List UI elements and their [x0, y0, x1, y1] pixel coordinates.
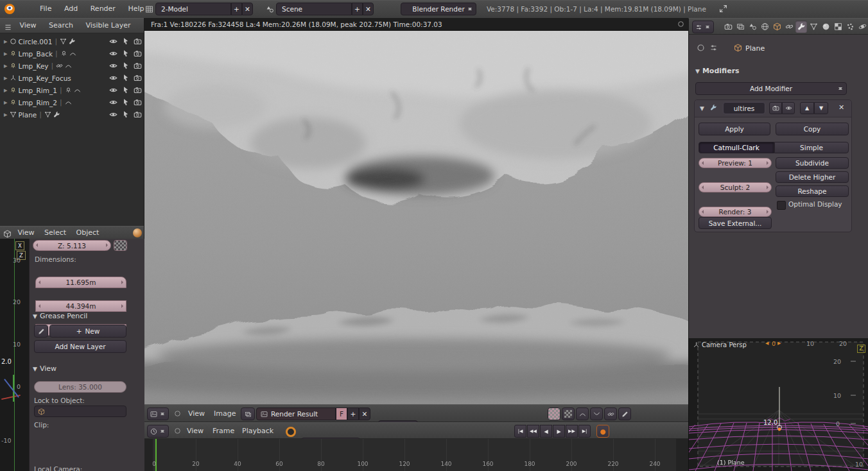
- collapse-icon[interactable]: ▼: [33, 313, 37, 320]
- add-scene-button[interactable]: +: [352, 3, 363, 15]
- breadcrumb-object-name[interactable]: Plane: [745, 44, 765, 53]
- screen-layout-icon[interactable]: [145, 5, 153, 13]
- pin-icon[interactable]: [174, 427, 181, 434]
- editor-type-button[interactable]: [147, 407, 169, 420]
- delete-modifier-button[interactable]: ✕: [838, 103, 844, 112]
- tab-texture[interactable]: [832, 21, 844, 33]
- outliner-row[interactable]: ▸ Lmp_Rim_2 |: [0, 96, 144, 108]
- cursor-icon[interactable]: [121, 62, 130, 70]
- browse-image-button[interactable]: [241, 407, 255, 420]
- modifier-name-field[interactable]: ultires: [723, 102, 765, 114]
- timeline-menu-view[interactable]: View: [182, 424, 209, 438]
- cursor-icon[interactable]: [121, 86, 130, 94]
- save-external-button[interactable]: Save External...: [699, 217, 772, 229]
- menu-render[interactable]: Render: [85, 2, 121, 16]
- eye-icon[interactable]: [109, 98, 117, 107]
- object-name[interactable]: Lmp_Back: [19, 50, 53, 58]
- outliner-row[interactable]: ▸ Lmp_Key_Focus: [0, 72, 144, 84]
- tab-object-data[interactable]: [808, 21, 819, 33]
- subdivide-button[interactable]: Subdivide: [776, 157, 849, 169]
- outliner-row[interactable]: ▸ Circle.001 |: [0, 35, 144, 47]
- timeline-menu-playback[interactable]: Playback: [237, 424, 279, 438]
- camera-icon[interactable]: [134, 86, 142, 94]
- eye-icon[interactable]: [109, 37, 117, 46]
- disclosure-icon[interactable]: ▸: [4, 74, 8, 82]
- tab-render-layers[interactable]: [734, 21, 746, 33]
- preview-level-field[interactable]: Preview: 1: [699, 158, 772, 168]
- optimal-display-checkbox[interactable]: [777, 201, 786, 210]
- object-name[interactable]: Lmp_Rim_1: [19, 87, 57, 94]
- cursor-icon[interactable]: [121, 98, 130, 107]
- outliner-row[interactable]: ▸ Plane |: [0, 108, 144, 121]
- next-keyframe-button[interactable]: ▶▶: [566, 425, 578, 438]
- render-engine-dropdown[interactable]: Blender Render: [401, 3, 476, 15]
- sculpt-level-field[interactable]: Sculpt: 2: [699, 182, 772, 193]
- copy-button[interactable]: Copy: [776, 123, 849, 135]
- render-level-field[interactable]: Render: 3: [699, 207, 772, 217]
- grease-pencil-panel-header[interactable]: ▼Grease Pencil: [33, 312, 87, 320]
- timeline-ruler[interactable]: 0 20 40 60 80 100 120 140 160 180 200 22…: [144, 439, 688, 471]
- eye-icon[interactable]: [109, 49, 117, 58]
- navigate-icon[interactable]: [709, 44, 718, 52]
- close-layout-button[interactable]: ✕: [242, 3, 253, 15]
- editor-type-button[interactable]: [692, 21, 714, 33]
- blender-logo-icon[interactable]: [4, 3, 15, 15]
- grease-pencil-new-button[interactable]: +New: [49, 325, 126, 338]
- link-toggle[interactable]: [604, 407, 617, 420]
- modifier-render-toggle[interactable]: [769, 102, 782, 114]
- delete-higher-button[interactable]: Delete Higher: [776, 171, 849, 183]
- dimension-y-field[interactable]: 44.394m: [35, 300, 126, 312]
- dimension-x-field[interactable]: 11.695m: [35, 277, 126, 288]
- outliner-menu-search[interactable]: Search: [44, 19, 78, 32]
- disclosure-icon[interactable]: ▸: [4, 110, 8, 119]
- camera-viewport[interactable]: Camera Persp ◀ 0 ▶ 10 20 20 10 0 Z 12.0 …: [688, 338, 868, 471]
- disclosure-icon[interactable]: ▸: [4, 37, 8, 46]
- scene-field[interactable]: Scene: [276, 3, 352, 15]
- camera-icon[interactable]: [134, 49, 142, 58]
- cursor-icon[interactable]: [121, 110, 130, 119]
- outliner-display-mode[interactable]: Visible Layer: [80, 19, 135, 32]
- object-name[interactable]: Lmp_Key_Focus: [19, 74, 71, 82]
- camera-icon[interactable]: [134, 98, 142, 107]
- move-modifier-up-button[interactable]: ▲: [800, 102, 814, 114]
- camera-icon[interactable]: [134, 62, 142, 70]
- outliner-row[interactable]: ▸ Lmp_Key |: [0, 60, 144, 72]
- catmull-clark-toggle[interactable]: Catmull-Clark: [699, 142, 774, 153]
- fullscreen-icon[interactable]: [719, 4, 727, 13]
- timeline-menu-frame[interactable]: Frame: [207, 424, 239, 438]
- current-frame-line[interactable]: [14, 239, 15, 471]
- outliner-editor-icon[interactable]: [4, 23, 12, 31]
- curves-icon[interactable]: [576, 407, 589, 420]
- add-layout-button[interactable]: +: [231, 3, 242, 15]
- outliner-row[interactable]: ▸ Lmp_Back |: [0, 47, 144, 60]
- scene-icon[interactable]: [266, 5, 274, 13]
- tab-modifiers[interactable]: [795, 21, 807, 33]
- preview-range-icon[interactable]: [286, 427, 296, 437]
- prev-keyframe-button[interactable]: ◀◀: [527, 425, 539, 438]
- collapse-icon[interactable]: ▼: [695, 68, 700, 74]
- eye-icon[interactable]: [109, 62, 117, 70]
- close-scene-button[interactable]: ✕: [363, 3, 374, 15]
- tab-particles[interactable]: [844, 21, 856, 33]
- tab-material[interactable]: [820, 21, 831, 33]
- outliner-menu-view[interactable]: View: [15, 19, 42, 32]
- modifier-visibility-toggle[interactable]: [782, 102, 795, 114]
- add-modifier-dropdown[interactable]: Add Modifier: [695, 82, 847, 95]
- record-button[interactable]: ●: [596, 425, 609, 438]
- pin-icon[interactable]: [697, 44, 705, 52]
- scale-z-field[interactable]: Z: 5.113: [33, 240, 111, 251]
- jump-to-end-button[interactable]: ▶|: [578, 425, 591, 438]
- camera-icon[interactable]: [134, 37, 142, 46]
- menu-add[interactable]: Add: [59, 2, 83, 16]
- tab-object[interactable]: [771, 21, 783, 33]
- matcap-sphere-icon[interactable]: [133, 228, 142, 237]
- object-name[interactable]: Circle.001: [19, 38, 53, 46]
- image-name-field[interactable]: Render Result: [256, 407, 336, 420]
- cursor-icon[interactable]: [121, 49, 130, 58]
- tab-render[interactable]: [722, 21, 734, 33]
- dimensions-grid-toggle[interactable]: [114, 240, 127, 251]
- editor-type-button[interactable]: [147, 425, 169, 438]
- disclosure-icon[interactable]: ▸: [4, 49, 8, 58]
- camera-icon[interactable]: [134, 110, 142, 119]
- view3d-menu-object[interactable]: Object: [73, 227, 103, 239]
